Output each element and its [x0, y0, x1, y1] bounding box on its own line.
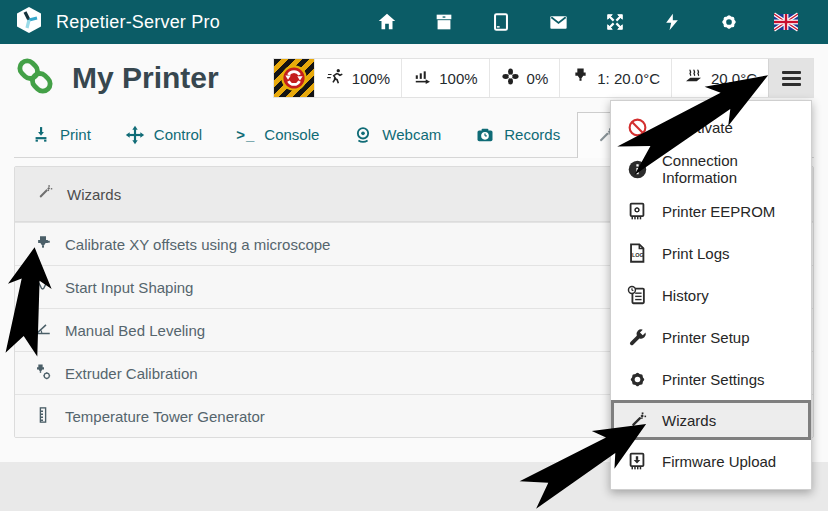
- log-file-icon: LOG: [625, 241, 649, 265]
- power-bolt-icon[interactable]: [660, 10, 684, 34]
- printer-status-bar: 100% 100%: [273, 58, 814, 98]
- wand-icon: [35, 183, 54, 205]
- bed-temp-value: 20.0°C: [711, 70, 757, 87]
- flow-bars-icon: [413, 67, 432, 89]
- menu-item-printer-setup[interactable]: Printer Setup: [611, 316, 811, 358]
- tab-print[interactable]: Print: [14, 112, 108, 157]
- global-settings-gear-icon[interactable]: [717, 10, 741, 34]
- language-flag-icon[interactable]: [774, 10, 798, 34]
- eeprom-chip-icon: [625, 199, 649, 223]
- angle-icon: [34, 320, 52, 341]
- flow-value: 100%: [439, 70, 477, 87]
- menu-item-print-logs[interactable]: LOG Print Logs: [611, 232, 811, 274]
- bed-temp-control[interactable]: 20.0°C: [671, 59, 768, 97]
- nozzle-gear-icon: [34, 363, 52, 384]
- nozzle-icon: [34, 234, 52, 255]
- menu-item-deactivate[interactable]: Deactivate: [611, 106, 811, 148]
- console-prompt-icon: >_: [236, 126, 255, 143]
- wand-icon: [625, 408, 649, 432]
- navbar-actions: [375, 10, 814, 34]
- app-title: Repetier-Server Pro: [56, 12, 220, 33]
- settings-gear-icon: [625, 367, 649, 391]
- extruder-temp-value: 1: 20.0°C: [597, 70, 660, 87]
- deactivate-prohibit-icon: [625, 115, 649, 139]
- extruder-nozzle-icon: [571, 67, 590, 89]
- info-icon: [625, 157, 649, 181]
- menu-item-printer-settings[interactable]: Printer Settings: [611, 358, 811, 400]
- fullscreen-icon[interactable]: [603, 10, 627, 34]
- heated-bed-icon: [683, 67, 704, 89]
- history-clipboard-icon: [625, 283, 649, 307]
- printer-dropdown-menu: Deactivate Connection Information: [610, 100, 812, 490]
- svg-text:LOG: LOG: [632, 252, 644, 258]
- hamburger-icon: [782, 71, 801, 74]
- ruler-tower-icon: [34, 406, 52, 427]
- extruder-temp-control[interactable]: 1: 20.0°C: [559, 59, 671, 97]
- repetier-logo-icon: [14, 5, 44, 39]
- menu-item-firmware-upload[interactable]: Firmware Upload: [611, 440, 811, 482]
- emergency-stop-button[interactable]: [274, 59, 314, 97]
- messages-icon[interactable]: [546, 10, 570, 34]
- firmware-chip-upload-icon: [625, 449, 649, 473]
- fan-value: 0%: [527, 70, 549, 87]
- menu-item-printer-eeprom[interactable]: Printer EEPROM: [611, 190, 811, 232]
- brand: Repetier-Server Pro: [14, 5, 220, 39]
- top-navbar: Repetier-Server Pro: [0, 0, 828, 44]
- printer-menu-button[interactable]: [768, 59, 813, 97]
- page-title: My Printer: [72, 61, 219, 95]
- manual-book-icon[interactable]: [489, 10, 513, 34]
- menu-item-history[interactable]: History: [611, 274, 811, 316]
- tab-records[interactable]: Records: [458, 112, 577, 157]
- tab-control[interactable]: Control: [108, 112, 219, 157]
- home-icon[interactable]: [375, 10, 399, 34]
- connected-link-icon[interactable]: [14, 55, 56, 101]
- tab-webcam[interactable]: Webcam: [336, 112, 458, 157]
- flow-factor-control[interactable]: 100%: [401, 59, 488, 97]
- speed-value: 100%: [352, 70, 390, 87]
- menu-item-connection-information[interactable]: Connection Information: [611, 148, 811, 190]
- waveform-icon: [34, 277, 52, 298]
- tab-console[interactable]: >_ Console: [219, 112, 336, 157]
- fan-icon: [501, 67, 520, 89]
- menu-item-wizards[interactable]: Wizards: [611, 400, 811, 440]
- speed-runner-icon: [326, 67, 345, 89]
- storage-box-icon[interactable]: [432, 10, 456, 34]
- wrench-icon: [625, 325, 649, 349]
- speed-factor-control[interactable]: 100%: [314, 59, 401, 97]
- fan-control[interactable]: 0%: [489, 59, 560, 97]
